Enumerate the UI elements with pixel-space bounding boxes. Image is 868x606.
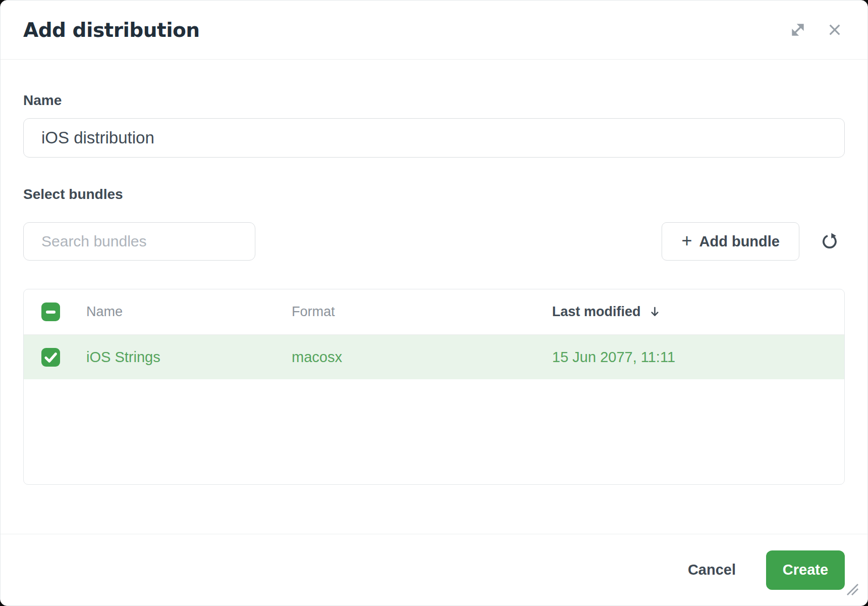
table-header-row: Name Format Last modified (24, 289, 844, 335)
row-format: macosx (292, 349, 552, 366)
close-icon (827, 22, 843, 38)
dialog-header: Add distribution (1, 1, 867, 60)
add-bundle-button[interactable]: + Add bundle (662, 222, 799, 261)
refresh-icon (821, 232, 839, 250)
name-input[interactable] (23, 118, 845, 158)
search-bundles-input[interactable] (23, 222, 255, 261)
cancel-button[interactable]: Cancel (685, 557, 739, 583)
column-header-last-modified[interactable]: Last modified (552, 304, 641, 320)
dialog-title: Add distribution (23, 19, 786, 41)
add-bundle-label: Add bundle (699, 233, 780, 250)
resize-handle[interactable] (844, 581, 859, 598)
row-name: iOS Strings (86, 349, 292, 366)
expand-icon (788, 20, 807, 39)
checkmark-icon (41, 348, 60, 367)
sort-desc-arrow-icon (648, 305, 662, 319)
header-actions (786, 18, 845, 41)
name-label: Name (23, 92, 845, 109)
create-button[interactable]: Create (766, 550, 845, 590)
select-all-checkbox[interactable] (41, 302, 60, 321)
dialog-footer: Cancel Create (1, 534, 867, 605)
expand-button[interactable] (786, 18, 809, 41)
bundles-toolbar: + Add bundle (23, 222, 845, 261)
select-bundles-label: Select bundles (23, 186, 845, 203)
column-header-format[interactable]: Format (292, 304, 335, 320)
plus-icon: + (681, 232, 692, 250)
row-last-modified: 15 Jun 2077, 11:11 (552, 349, 844, 366)
indeterminate-icon (46, 311, 56, 314)
row-checkbox[interactable] (41, 348, 60, 367)
refresh-button[interactable] (819, 230, 841, 252)
table-row[interactable]: iOS Strings macosx 15 Jun 2077, 11:11 (24, 335, 844, 379)
close-button[interactable] (825, 20, 845, 40)
add-distribution-dialog: Add distribution (0, 0, 868, 606)
column-header-name[interactable]: Name (86, 304, 123, 320)
bundles-table: Name Format Last modified (23, 289, 845, 485)
dialog-body: Name Select bundles + Add bundle (1, 92, 867, 485)
toolbar-right: + Add bundle (662, 222, 845, 261)
